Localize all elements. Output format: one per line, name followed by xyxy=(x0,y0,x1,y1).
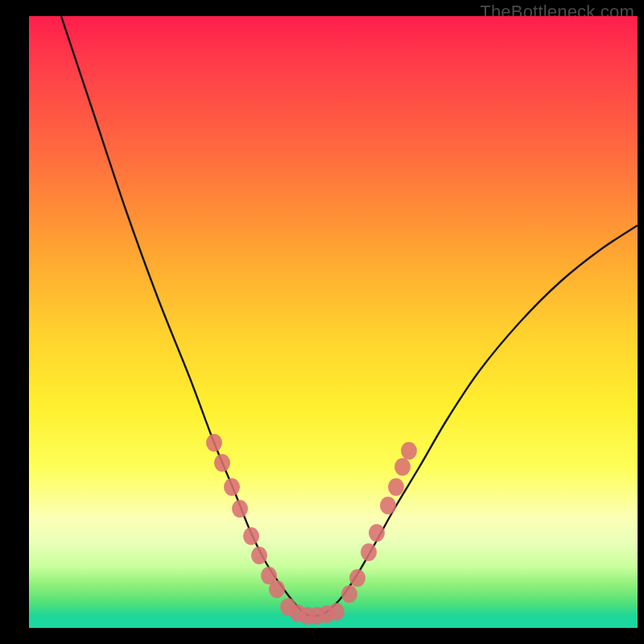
highlight-marker xyxy=(251,547,267,564)
highlight-marker xyxy=(401,442,417,460)
highlight-marker xyxy=(232,500,248,518)
bottleneck-curve xyxy=(61,16,638,616)
marker-group xyxy=(206,434,417,625)
highlight-marker xyxy=(224,478,240,496)
highlight-marker xyxy=(388,478,404,496)
chart-frame: TheBottleneck.com xyxy=(0,0,644,644)
highlight-marker xyxy=(394,458,411,476)
plot-area xyxy=(29,16,638,628)
highlight-marker xyxy=(349,569,365,587)
highlight-marker xyxy=(206,434,222,452)
highlight-marker xyxy=(361,543,377,561)
highlight-marker xyxy=(369,524,385,542)
highlight-marker xyxy=(214,454,230,472)
highlight-marker xyxy=(243,527,259,545)
highlight-marker xyxy=(269,580,285,598)
highlight-marker xyxy=(328,603,345,621)
highlight-marker xyxy=(380,497,396,514)
highlight-marker xyxy=(341,585,357,603)
curve-svg xyxy=(29,16,638,628)
